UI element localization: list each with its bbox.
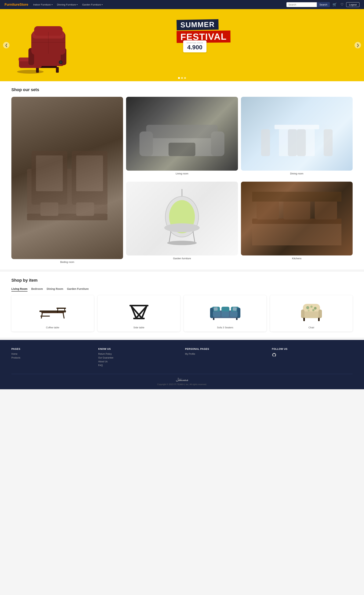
svg-point-85 [308, 310, 309, 312]
search-input[interactable] [287, 2, 317, 7]
hero-banner: SUMMER FESTIVAL STARTING FROM 4.900 ❮ ❯ [0, 9, 364, 81]
svg-point-16 [60, 61, 62, 64]
sofa-image [187, 299, 263, 324]
set-item-garden[interactable]: Garden furniture [126, 182, 238, 263]
item-tabs: Living Room Bedroom Dining Room Garden F… [11, 287, 353, 291]
shop-by-item-section: Shop by item Living Room Bedroom Dining … [0, 272, 364, 338]
footer-link-home[interactable]: Home [11, 353, 92, 355]
svg-rect-47 [315, 201, 337, 220]
footer-link-products[interactable]: Products [11, 356, 92, 359]
footer-col-follow: FOLLOW US [272, 347, 353, 368]
side-table-image [101, 299, 177, 324]
svg-rect-20 [36, 156, 63, 191]
logout-button[interactable]: Logout [346, 2, 359, 7]
set-item-living[interactable]: Living room [126, 97, 238, 179]
svg-rect-65 [221, 307, 229, 312]
tab-garden-furniture[interactable]: Garden Furniture [67, 287, 89, 291]
set-item-kitchen[interactable]: Kitchens [241, 182, 353, 263]
svg-line-40 [169, 231, 171, 242]
svg-line-41 [193, 231, 195, 242]
svg-rect-24 [76, 203, 94, 216]
svg-rect-62 [133, 318, 145, 319]
footer-follow-title: FOLLOW US [272, 347, 353, 350]
brand-accent: Store [20, 3, 28, 7]
item-card-sofa[interactable]: Sofa 3 Seaters [184, 295, 266, 332]
hero-summer-text: SUMMER [177, 19, 219, 30]
item-card-coffee-table[interactable]: Coffee table [11, 295, 94, 332]
hero-text-block: SUMMER FESTIVAL [177, 20, 231, 43]
chevron-down-icon: ▾ [102, 4, 103, 6]
svg-rect-81 [318, 318, 320, 321]
item-label-chair: Chair [309, 326, 314, 329]
item-label-side-table: Side table [133, 326, 144, 329]
svg-point-82 [306, 306, 309, 309]
hero-prev-button[interactable]: ❮ [3, 42, 9, 48]
footer-link-return-policy[interactable]: Return Policy [98, 353, 179, 355]
footer-copyright: Copyright © 2023 ITI TEAM 4, Inc. All ri… [11, 383, 353, 385]
svg-rect-21 [76, 156, 103, 191]
brand-logo[interactable]: FurnitureStore [5, 3, 28, 7]
nav-dining[interactable]: Dinning Furniture ▾ [55, 2, 80, 7]
svg-rect-77 [302, 312, 321, 318]
nav-garden[interactable]: Garden Furniture ▾ [80, 2, 104, 7]
hero-dot-1[interactable] [178, 77, 180, 79]
nav-indoor[interactable]: Indoor Furniture ▾ [31, 2, 55, 7]
coffee-table-image [14, 299, 91, 324]
set-label-bedroom: Beding room [60, 261, 74, 263]
svg-rect-50 [41, 312, 64, 313]
tab-living-room[interactable]: Living Room [11, 287, 27, 291]
shop-sets-title: Shop our sets [11, 87, 353, 92]
svg-rect-69 [213, 312, 220, 317]
svg-rect-74 [214, 307, 218, 311]
svg-rect-70 [221, 312, 229, 317]
tab-bedroom[interactable]: Bedroom [31, 287, 43, 291]
tab-dining-room[interactable]: Dining Room [47, 287, 63, 291]
svg-rect-48 [252, 192, 341, 202]
svg-rect-30 [274, 125, 319, 129]
footer-col-pages: PAGES Home Products [11, 347, 92, 368]
footer: PAGES Home Products KNOW US Return Polic… [0, 340, 364, 389]
github-icon[interactable] [272, 353, 353, 358]
footer-link-faq[interactable]: FAQ [98, 364, 179, 367]
item-label-sofa: Sofa 3 Seaters [217, 326, 233, 329]
item-card-chair[interactable]: Chair [270, 295, 353, 332]
footer-link-my-profile[interactable]: My Profile [185, 353, 266, 355]
svg-rect-22 [27, 214, 108, 220]
hero-dots [178, 77, 186, 79]
hero-dot-3[interactable] [184, 77, 186, 79]
svg-point-0 [17, 70, 44, 74]
hero-next-button[interactable]: ❯ [355, 42, 361, 48]
set-label-dining: Dining room [290, 172, 303, 175]
set-label-kitchen: Kitchens [292, 257, 302, 260]
item-label-coffee-table: Coffee table [46, 326, 59, 329]
footer-link-guarantee[interactable]: Our Guarantee [98, 356, 179, 359]
footer-link-about-us[interactable]: About Us [98, 360, 179, 363]
hero-price-label: STARTING FROM [186, 42, 203, 44]
svg-line-52 [63, 313, 64, 318]
svg-rect-73 [236, 318, 238, 320]
footer-col-know-us: KNOW US Return Policy Our Guarantee Abou… [98, 347, 179, 368]
search-button[interactable]: Search [317, 2, 330, 7]
search-box: Search [287, 2, 330, 7]
svg-rect-80 [303, 318, 305, 321]
footer-know-us-title: KNOW US [98, 347, 179, 350]
brand-name: Furniture [5, 3, 20, 7]
shop-sets-section: Shop our sets [0, 81, 364, 269]
set-label-living: Living room [176, 172, 188, 175]
cart-icon[interactable]: 🛒 [331, 2, 338, 7]
navbar-right: Search 🛒 ♡ Logout [287, 2, 359, 7]
footer-bottom: مستقل Copyright © 2023 ITI TEAM 4, Inc. … [11, 374, 353, 385]
set-item-bedroom[interactable]: Beding room [11, 97, 123, 263]
footer-pages-title: PAGES [11, 347, 92, 350]
hero-price-box: STARTING FROM 4.900 [183, 40, 206, 52]
nav-links: Indoor Furniture ▾ Dinning Furniture ▾ G… [31, 2, 283, 7]
set-item-dining[interactable]: Dining room [241, 97, 353, 179]
svg-rect-71 [230, 312, 238, 317]
navbar: FurnitureStore Indoor Furniture ▾ Dinnin… [0, 0, 364, 9]
item-card-side-table[interactable]: Side table [98, 295, 180, 332]
svg-rect-72 [213, 318, 214, 320]
svg-point-86 [312, 309, 315, 311]
chevron-down-icon: ▾ [52, 4, 53, 6]
wishlist-icon[interactable]: ♡ [339, 2, 345, 7]
hero-dot-2[interactable] [181, 77, 183, 79]
